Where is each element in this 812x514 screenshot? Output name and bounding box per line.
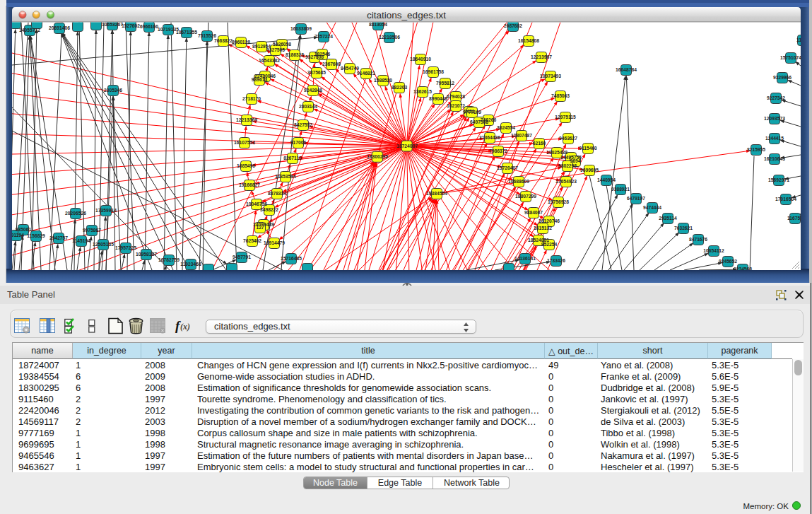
svg-text:7632621: 7632621 [674, 226, 693, 230]
svg-text:21364436: 21364436 [479, 135, 500, 140]
svg-text:6966160: 6966160 [140, 24, 158, 29]
svg-text:2087682: 2087682 [504, 23, 522, 28]
svg-text:9115460: 9115460 [579, 146, 597, 151]
svg-text:8454749: 8454749 [341, 66, 359, 71]
svg-text:12093573: 12093573 [764, 116, 785, 121]
svg-text:9327505: 9327505 [266, 47, 285, 52]
svg-text:6794028: 6794028 [447, 94, 465, 99]
svg-text:6497568: 6497568 [470, 119, 488, 124]
svg-text:11923468: 11923468 [180, 262, 201, 267]
svg-text:10807487: 10807487 [511, 133, 532, 138]
svg-text:7485063: 7485063 [551, 93, 570, 98]
svg-text:17654923: 17654923 [555, 179, 577, 184]
svg-text:3875685: 3875685 [307, 70, 326, 75]
svg-text:989613: 989613 [252, 77, 268, 82]
svg-text:10653267: 10653267 [102, 22, 123, 27]
svg-text:882203: 882203 [392, 85, 408, 90]
svg-text:10688609: 10688609 [508, 179, 529, 184]
svg-text:9329966: 9329966 [773, 75, 792, 80]
svg-text:9457791: 9457791 [233, 255, 251, 259]
svg-text:8813054: 8813054 [369, 22, 387, 27]
svg-text:1588520: 1588520 [374, 78, 392, 83]
svg-text:18640910: 18640910 [410, 57, 431, 62]
svg-text:8990448: 8990448 [429, 96, 447, 101]
svg-text:9777169: 9777169 [463, 110, 481, 115]
svg-text:127: 127 [256, 225, 264, 230]
svg-text:2305346: 2305346 [104, 88, 122, 93]
svg-text:2935114: 2935114 [659, 216, 677, 221]
svg-text:917006: 917006 [290, 140, 307, 145]
svg-text:14136141: 14136141 [514, 256, 536, 261]
svg-text:9699695: 9699695 [580, 168, 599, 173]
svg-text:16961758: 16961758 [423, 69, 444, 74]
svg-text:10654112: 10654112 [703, 248, 724, 253]
svg-text:1621072: 1621072 [447, 103, 465, 108]
svg-text:19756928: 19756928 [548, 199, 569, 204]
svg-text:1733426: 1733426 [547, 258, 565, 263]
svg-text:8186328: 8186328 [286, 52, 304, 57]
svg-text:8960128: 8960128 [232, 40, 250, 45]
svg-text:16107554: 16107554 [234, 140, 255, 145]
svg-text:7357224: 7357224 [314, 34, 333, 39]
svg-text:182546: 182546 [314, 52, 331, 57]
svg-text:12505135: 12505135 [93, 242, 114, 247]
svg-text:9474444: 9474444 [643, 205, 661, 210]
svg-text:12213369: 12213369 [236, 117, 257, 122]
svg-text:62160: 62160 [533, 141, 546, 146]
svg-text:1527602: 1527602 [122, 23, 140, 28]
svg-text:17957225: 17957225 [115, 245, 136, 250]
svg-text:15692971: 15692971 [768, 177, 789, 182]
svg-text:3498222: 3498222 [260, 207, 278, 212]
svg-text:15716485: 15716485 [281, 256, 302, 261]
svg-text:8471676: 8471676 [689, 237, 707, 242]
svg-text:16154808: 16154808 [518, 38, 539, 43]
svg-text:935061: 935061 [16, 227, 32, 232]
svg-text:10958187: 10958187 [136, 252, 157, 257]
svg-text:8427552: 8427552 [294, 122, 312, 127]
svg-text:10671355: 10671355 [176, 30, 197, 35]
svg-text:1244415: 1244415 [765, 136, 784, 141]
svg-text:5226058: 5226058 [273, 42, 291, 47]
svg-text:8215955: 8215955 [747, 147, 765, 152]
svg-text:2942757: 2942757 [49, 235, 68, 240]
svg-text:2803144: 2803144 [299, 104, 317, 109]
svg-text:7625402: 7625402 [243, 238, 261, 243]
svg-text:16120746: 16120746 [539, 218, 560, 223]
svg-text:3624554: 3624554 [497, 125, 515, 130]
svg-text:7663822: 7663822 [214, 38, 233, 43]
svg-text:16210643: 16210643 [764, 156, 785, 161]
svg-text:2367608: 2367608 [322, 62, 341, 66]
svg-text:9975867: 9975867 [83, 228, 101, 233]
svg-text:1440954: 1440954 [597, 177, 616, 182]
svg-text:20206526: 20206526 [65, 211, 86, 216]
svg-text:12975115: 12975115 [555, 115, 576, 119]
svg-text:7515526: 7515526 [198, 33, 216, 38]
svg-text:1362615: 1362615 [413, 89, 432, 94]
svg-text:19166827: 19166827 [239, 182, 260, 187]
svg-text:16543382: 16543382 [259, 58, 280, 63]
svg-text:9694: 9694 [570, 158, 581, 163]
svg-text:17016504: 17016504 [775, 197, 796, 201]
svg-text:18300295: 18300295 [367, 154, 388, 159]
svg-text:18724007: 18724007 [396, 144, 418, 148]
svg-text:9245652: 9245652 [719, 259, 737, 264]
svg-text:9227342: 9227342 [767, 95, 785, 100]
svg-text:citations_edges.txt: citations_edges.txt [367, 10, 446, 21]
svg-text:16648784: 16648784 [616, 67, 637, 72]
svg-text:11353594: 11353594 [275, 174, 296, 179]
svg-text:116753: 116753 [787, 216, 803, 221]
svg-text:19384554: 19384554 [426, 191, 447, 196]
svg-text:9463627: 9463627 [559, 136, 577, 141]
svg-text:7986372: 7986372 [489, 148, 507, 153]
svg-text:7955812: 7955812 [436, 81, 454, 86]
svg-text:20691406: 20691406 [49, 25, 70, 30]
svg-text:9388921: 9388921 [611, 187, 630, 192]
svg-text:2718170: 2718170 [242, 96, 261, 101]
svg-text:8267110: 8267110 [283, 156, 302, 160]
svg-text:1685496: 1685496 [237, 163, 255, 168]
svg-text:12218506: 12218506 [379, 35, 400, 40]
svg-text:10973493: 10973493 [540, 74, 561, 78]
svg-text:9802298: 9802298 [558, 163, 577, 168]
svg-text:14055712: 14055712 [19, 28, 40, 33]
svg-text:1156829: 1156829 [27, 233, 45, 238]
